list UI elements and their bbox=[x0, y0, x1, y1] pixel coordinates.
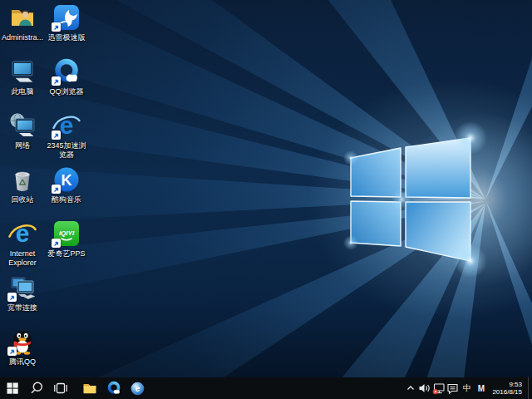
icon-label: 爱奇艺PPS bbox=[47, 249, 85, 259]
search-button[interactable] bbox=[24, 377, 48, 399]
windows-logo-icon bbox=[6, 382, 19, 395]
shortcut-arrow-icon bbox=[7, 293, 17, 302]
shortcut-arrow-icon bbox=[52, 76, 61, 86]
svg-text:K: K bbox=[62, 172, 72, 189]
system-tray: 中 M 9:53 2016/8/15 bbox=[403, 377, 532, 399]
thunder-bird-icon bbox=[52, 3, 81, 32]
task-view-button[interactable] bbox=[48, 377, 72, 399]
internet-explorer-icon: e bbox=[8, 219, 37, 248]
icon-label: 回收站 bbox=[12, 195, 34, 204]
file-explorer-button[interactable] bbox=[77, 377, 101, 399]
desktop-icon-thunder[interactable]: 迅雷极速版 bbox=[45, 3, 88, 55]
qq-browser-taskbar-button[interactable] bbox=[101, 377, 126, 399]
taskbar: e bbox=[0, 377, 532, 399]
desktop: Administra... 此电脑 bbox=[0, 0, 532, 399]
svg-text:e: e bbox=[60, 111, 74, 139]
action-center-icon[interactable] bbox=[446, 377, 460, 399]
desktop-icon-2345-browser[interactable]: e 2345加速浏览器 bbox=[45, 111, 88, 163]
icon-label: 网络 bbox=[15, 141, 30, 150]
svg-text:e: e bbox=[135, 384, 140, 393]
clock-time: 9:53 bbox=[492, 381, 522, 388]
clock[interactable]: 9:53 2016/8/15 bbox=[488, 377, 528, 399]
clock-date: 2016/8/15 bbox=[492, 388, 522, 396]
2345-browser-icon: e bbox=[52, 111, 81, 140]
svg-text:iQIYI: iQIYI bbox=[59, 229, 75, 237]
2345-browser-taskbar-button[interactable]: e bbox=[126, 377, 150, 399]
desktop-icon-this-pc[interactable]: 此电脑 bbox=[1, 57, 44, 109]
desktop-icon-kugou[interactable]: K 酷狗音乐 bbox=[45, 165, 88, 217]
shortcut-arrow-icon bbox=[52, 185, 61, 194]
show-desktop-button[interactable] bbox=[528, 377, 532, 399]
shortcut-arrow-icon bbox=[52, 22, 61, 32]
network-status-icon[interactable] bbox=[431, 377, 446, 399]
icon-label: 宽带连接 bbox=[7, 303, 37, 313]
recycle-bin-icon bbox=[8, 165, 37, 194]
desktop-icon-qq-browser[interactable]: QQ浏览器 bbox=[45, 57, 88, 109]
search-icon bbox=[29, 381, 44, 396]
icon-label: 酷狗音乐 bbox=[52, 195, 81, 204]
iqiyi-pps-icon: iQIYI bbox=[52, 219, 81, 248]
shortcut-arrow-icon bbox=[7, 347, 17, 356]
user-folder-icon bbox=[8, 3, 37, 32]
icon-label: 腾讯QQ bbox=[9, 357, 36, 367]
computer-icon bbox=[8, 57, 37, 86]
qq-browser-icon bbox=[106, 381, 121, 396]
2345-globe-icon: e bbox=[131, 382, 145, 396]
qq-penguin-icon bbox=[8, 328, 37, 356]
icon-label: 2345加速浏览器 bbox=[45, 141, 88, 160]
qq-browser-icon bbox=[52, 57, 81, 86]
volume-icon[interactable] bbox=[417, 377, 431, 399]
start-button[interactable] bbox=[0, 377, 24, 399]
desktop-icon-tencent-qq[interactable]: 腾讯QQ bbox=[1, 328, 44, 379]
ime-mode-indicator[interactable]: 中 bbox=[460, 377, 474, 399]
chevron-up-icon bbox=[406, 383, 416, 393]
icon-label: 迅雷极速版 bbox=[48, 33, 86, 42]
icon-label: 此电脑 bbox=[12, 87, 34, 96]
input-language-indicator[interactable]: M bbox=[474, 377, 488, 399]
network-globe-icon bbox=[8, 111, 37, 140]
desktop-icon-recycle-bin[interactable]: 回收站 bbox=[1, 165, 44, 217]
broadband-connection-icon bbox=[8, 273, 37, 302]
icon-label: Administra... bbox=[2, 33, 43, 42]
kugou-music-icon: K bbox=[52, 165, 81, 194]
desktop-icon-iqiyi[interactable]: iQIYI 爱奇艺PPS bbox=[45, 219, 88, 271]
hidden-icons-chevron[interactable] bbox=[403, 377, 417, 399]
desktop-icon-internet-explorer[interactable]: e Internet Explorer bbox=[1, 219, 44, 271]
svg-text:e: e bbox=[16, 219, 30, 247]
task-view-icon bbox=[52, 382, 69, 395]
shortcut-arrow-icon bbox=[52, 239, 61, 248]
desktop-icon-administrator[interactable]: Administra... bbox=[1, 3, 44, 55]
icon-label: QQ浏览器 bbox=[49, 87, 83, 96]
shortcut-arrow-icon bbox=[52, 131, 61, 140]
folder-icon bbox=[82, 382, 97, 395]
desktop-icon-broadband[interactable]: 宽带连接 bbox=[1, 273, 44, 325]
icon-label: Internet Explorer bbox=[1, 249, 44, 268]
desktop-icon-network[interactable]: 网络 bbox=[1, 111, 44, 163]
